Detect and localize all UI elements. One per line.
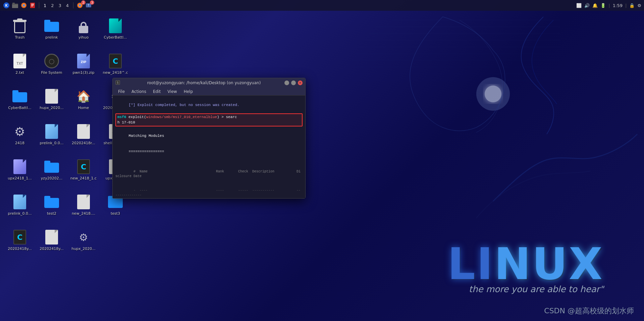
terminal-window[interactable]: $ root@yuzongyuan: /home/kali/Desktop (o… [112, 78, 306, 199]
terminal-title-text: root@yuzongyuan: /home/kali/Desktop (on … [123, 81, 284, 85]
menu-help[interactable]: Help [181, 89, 196, 95]
taskbar-badge-count-2: 3 [90, 0, 94, 5]
prelink00-icon [44, 123, 60, 140]
workspace-4[interactable]: 4 [64, 3, 70, 8]
pwn1zip-label: pwn1(3).zip [73, 70, 95, 75]
prelink00-label: prelink_0.0... [40, 141, 64, 145]
terminal-line-header-sep: - ---- ---- ----- ----------- ----------… [115, 183, 303, 198]
desktop-icon-20202418r[interactable]: 20202418r... [69, 121, 98, 154]
menu-actions[interactable]: Actions [129, 89, 149, 95]
terminal-titlebar: $ root@yuzongyuan: /home/kali/Desktop (o… [113, 78, 305, 88]
yihuo-label: yihuo [78, 35, 89, 40]
prelink002-label: prelink_0.0... [8, 211, 32, 216]
cyberbattle2-icon [12, 88, 28, 104]
prelink-label: prelink [45, 35, 58, 40]
20202418y-icon: C [12, 229, 28, 245]
desktop-icon-hupx20202[interactable]: ⚙ hupx_2020... [69, 226, 98, 260]
desktop-icon-filesystem[interactable]: ○ File System [37, 50, 66, 84]
taskbar-firefox-icon[interactable] [20, 2, 28, 9]
desktop-icon-prelink[interactable]: prelink [37, 15, 66, 49]
desktop-icon-yzy20202[interactable]: yzy20202... [37, 156, 66, 190]
terminal-line-matching: Matching Modules [115, 128, 303, 144]
workspace-2[interactable]: 2 [49, 3, 55, 8]
new2418c-label: new_2418^.c [103, 70, 128, 75]
2418-icon: ⚙ [12, 123, 28, 140]
terminal-line-1: [*] Exploit completed, but no session wa… [115, 98, 303, 113]
test3-label: test3 [111, 211, 120, 216]
svg-rect-15 [12, 5, 18, 8]
20202418y2-icon [44, 229, 60, 245]
upx24181-icon [12, 159, 28, 175]
taskbar-badge-2[interactable]: T 3 [85, 2, 92, 9]
desktop-icon-pwn1zip[interactable]: ZIP pwn1(3).zip [69, 50, 98, 84]
menu-view[interactable]: View [165, 89, 179, 95]
taskbar-lock-icon: 🔒 [629, 3, 635, 8]
new2418c-icon: C [107, 53, 123, 69]
trash-icon [12, 18, 28, 34]
new24181c-icon: C [75, 159, 92, 175]
test2-icon [44, 194, 60, 210]
taskbar-firefox-badge[interactable]: 2 [76, 2, 84, 9]
home-label: Home [78, 106, 89, 110]
prelink002-icon [12, 194, 28, 210]
upx24181-label: upx2418_1... [8, 176, 32, 180]
terminal-line-separator: ================ [115, 144, 303, 159]
desktop-icon-2418[interactable]: ⚙ 2418 [5, 121, 35, 154]
pwn1zip-icon: ZIP [75, 53, 92, 69]
terminal-body[interactable]: [*] Exploit completed, but no session wa… [113, 96, 305, 198]
cyberbattle1-label: CyberBattl... [104, 35, 127, 40]
desktop-icon-prelink002[interactable]: prelink_0.0... [5, 191, 35, 225]
taskbar-notification-icon[interactable]: 🔔 [592, 3, 598, 8]
filesystem-icon: ○ [44, 53, 60, 69]
desktop-icon-yihuo[interactable]: yihuo [69, 15, 98, 49]
taskbar-settings-icon[interactable]: ⚙ [637, 3, 641, 8]
2txt-icon: TXT [12, 53, 28, 69]
desktop-icon-2txt[interactable]: TXT 2.txt [5, 50, 35, 84]
taskbar-editor-icon[interactable] [29, 2, 36, 9]
svg-text:T: T [88, 4, 90, 7]
new2418dot-label: new_2418.... [72, 211, 95, 216]
desktop-icon-hupx2020[interactable]: hupx_2020... [37, 86, 66, 119]
workspace-1[interactable]: 1 [42, 3, 48, 8]
desktop-icon-new2418dot[interactable]: new_2418.... [69, 191, 98, 225]
filesystem-label: File System [41, 70, 62, 75]
desktop-icon-20202418y2[interactable]: 20202418y... [37, 226, 66, 260]
svg-point-19 [23, 4, 25, 6]
terminal-minimize-button[interactable] [284, 81, 289, 85]
desktop-icon-home[interactable]: 🏠 Home [69, 86, 98, 119]
terminal-line-header: # Name Rank Check Description Disclosure… [115, 165, 303, 183]
new24181c-label: new_2418_1.c [70, 176, 97, 180]
taskbar-separator-2 [73, 2, 73, 8]
menu-file[interactable]: File [115, 89, 127, 95]
taskbar-filemanager-icon[interactable] [11, 2, 19, 9]
terminal-menubar: File Actions Edit View Help [113, 88, 305, 96]
taskbar-audio-icon[interactable]: 🔊 [584, 3, 590, 8]
kali-attribution: CSDN @超高校级的划水师 [544, 306, 634, 316]
trash-label: Trash [15, 35, 24, 40]
kali-subtitle: the more you are able to hear" [469, 284, 604, 294]
terminal-maximize-button[interactable] [291, 81, 296, 85]
svg-rect-16 [12, 3, 15, 4]
kali-menu-icon[interactable]: K [3, 2, 10, 9]
menu-edit[interactable]: Edit [150, 89, 163, 95]
desktop-icon-trash[interactable]: Trash [5, 15, 35, 49]
terminal-close-button[interactable]: ✕ [298, 81, 303, 85]
kali-nux-text: NUX [494, 242, 604, 286]
desktop-icon-new24181c[interactable]: C new_2418_1.c [69, 156, 98, 190]
desktop-icon-20202418y[interactable]: C 20202418y... [5, 226, 35, 260]
desktop-icon-test2[interactable]: test2 [37, 191, 66, 225]
kali-li-text: LI [447, 242, 494, 286]
workspace-3[interactable]: 3 [57, 3, 63, 8]
hupx20202-icon: ⚙ [75, 229, 92, 245]
taskbar-time: 1:59 [613, 3, 623, 8]
desktop-icon-cyberbattle1[interactable]: CyberBattl... [101, 15, 130, 49]
yzy20202-label: yzy20202... [41, 176, 62, 180]
yihuo-icon [75, 18, 92, 34]
terminal-title-icon: $ [115, 80, 121, 86]
desktop-icon-cyberbattle2[interactable]: CyberBattl... [5, 86, 35, 119]
desktop-icon-upx24181[interactable]: upx2418_1... [5, 156, 35, 190]
cyberbattle2-label: CyberBattl... [8, 106, 32, 110]
taskbar-separator-time: | [608, 3, 610, 8]
taskbar: K 1 2 3 4 2 T [0, 0, 644, 11]
desktop-icon-prelink00[interactable]: prelink_0.0... [37, 121, 66, 154]
